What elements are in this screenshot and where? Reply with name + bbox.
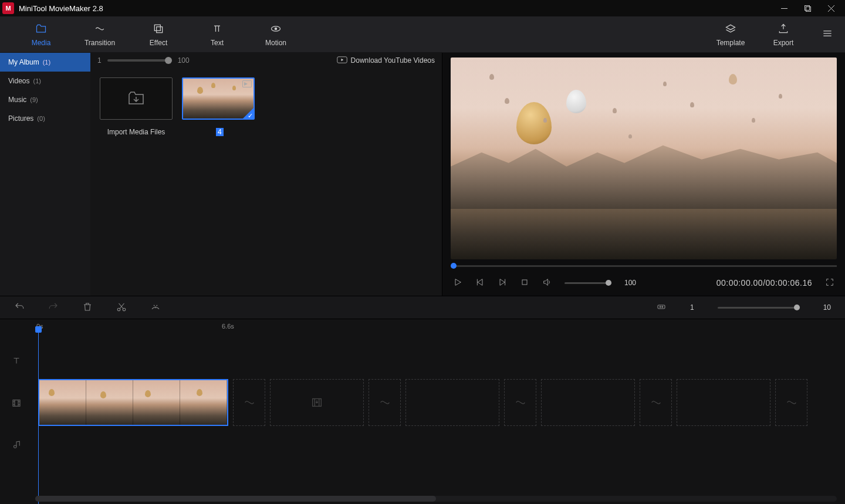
video-badge-icon bbox=[242, 80, 252, 87]
video-drop[interactable] bbox=[270, 379, 364, 426]
template-icon bbox=[704, 22, 757, 35]
media-clip-card[interactable]: 4 bbox=[182, 77, 255, 136]
prev-frame-button[interactable] bbox=[475, 278, 485, 289]
sidebar-item-videos[interactable]: Videos(1) bbox=[0, 72, 90, 90]
video-drop[interactable] bbox=[677, 379, 770, 426]
video-clip[interactable] bbox=[38, 379, 228, 426]
sidebar-item-music[interactable]: Music(9) bbox=[0, 90, 90, 109]
template-label: Template bbox=[716, 39, 745, 47]
sidebar-item-pictures[interactable]: Pictures(0) bbox=[0, 109, 90, 128]
preview-video[interactable] bbox=[451, 57, 837, 259]
timeline-zoom-min: 1 bbox=[690, 303, 694, 312]
transition-icon bbox=[70, 22, 129, 35]
transition-drop[interactable] bbox=[775, 379, 807, 426]
tab-text[interactable]: Text bbox=[188, 22, 246, 47]
media-sidebar: My Album(1) Videos(1) Music(9) Pictures(… bbox=[0, 53, 90, 296]
download-youtube-link[interactable]: Download YouTube Videos bbox=[337, 56, 435, 65]
svg-rect-1 bbox=[805, 5, 809, 10]
delete-button[interactable] bbox=[82, 302, 93, 314]
import-media-label: Import Media Files bbox=[100, 128, 173, 136]
close-button[interactable] bbox=[819, 0, 843, 16]
sidebar-item-myalbum[interactable]: My Album(1) bbox=[0, 53, 90, 72]
main-toolbar: Media Transition Effect Text Motion Temp… bbox=[0, 16, 845, 53]
sidebar-item-label: Videos bbox=[8, 77, 29, 85]
sidebar-item-count: (9) bbox=[30, 96, 38, 103]
svg-rect-6 bbox=[157, 26, 163, 32]
timeline-scrollbar[interactable] bbox=[35, 496, 837, 502]
export-button[interactable]: Export bbox=[757, 22, 810, 47]
audio-track[interactable] bbox=[0, 427, 845, 464]
svg-rect-5 bbox=[154, 25, 160, 31]
speed-button[interactable] bbox=[150, 302, 161, 314]
stop-button[interactable] bbox=[520, 278, 529, 289]
tab-transition[interactable]: Transition bbox=[70, 22, 129, 47]
timeline-toolbar: 1 10 bbox=[0, 296, 845, 319]
fullscreen-button[interactable] bbox=[825, 278, 834, 289]
video-drop[interactable] bbox=[405, 379, 499, 426]
tab-label: Motion bbox=[265, 39, 286, 47]
tab-motion[interactable]: Motion bbox=[246, 22, 305, 47]
volume-icon[interactable] bbox=[542, 278, 552, 289]
download-youtube-label: Download YouTube Videos bbox=[351, 56, 435, 65]
preview-panel: 100 00:00:00.00/00:00:06.16 bbox=[442, 53, 845, 296]
export-icon bbox=[757, 22, 810, 35]
volume-slider[interactable] bbox=[565, 282, 611, 284]
tab-label: Effect bbox=[150, 39, 167, 47]
tab-label: Text bbox=[211, 39, 224, 47]
svg-rect-17 bbox=[13, 400, 20, 407]
transition-drop[interactable] bbox=[640, 379, 672, 426]
folder-icon bbox=[12, 22, 70, 35]
timeline-zoom-max: 10 bbox=[823, 303, 831, 312]
svg-rect-2 bbox=[806, 6, 810, 11]
transition-drop[interactable] bbox=[233, 379, 265, 426]
import-icon bbox=[128, 91, 144, 107]
svg-rect-13 bbox=[522, 280, 527, 285]
timeline-zoom-slider[interactable] bbox=[718, 307, 800, 309]
media-clip-name: 4 bbox=[216, 128, 224, 136]
svg-point-8 bbox=[275, 28, 276, 29]
minimize-button[interactable] bbox=[772, 0, 796, 16]
preview-scrubber[interactable] bbox=[451, 262, 837, 270]
undo-button[interactable] bbox=[14, 302, 25, 314]
fit-button[interactable] bbox=[656, 302, 667, 314]
video-track[interactable] bbox=[0, 379, 845, 427]
video-drop[interactable] bbox=[541, 379, 635, 426]
template-button[interactable]: Template bbox=[704, 22, 757, 47]
transition-drop[interactable] bbox=[369, 379, 401, 426]
tab-media[interactable]: Media bbox=[12, 22, 70, 47]
thumb-zoom-min: 1 bbox=[97, 56, 102, 65]
video-track-icon bbox=[0, 398, 32, 408]
text-track[interactable] bbox=[0, 343, 845, 379]
tab-label: Media bbox=[32, 39, 51, 47]
thumb-zoom-slider[interactable] bbox=[107, 59, 172, 62]
volume-value: 100 bbox=[624, 279, 636, 287]
play-button[interactable] bbox=[453, 278, 462, 289]
app-title: MiniTool MovieMaker 2.8 bbox=[19, 4, 103, 13]
preview-timecode: 00:00:00.00/00:00:06.16 bbox=[716, 278, 812, 287]
app-logo-icon: M bbox=[2, 2, 14, 14]
timeline-ruler[interactable]: 0s 6.6s bbox=[0, 319, 845, 343]
sidebar-item-label: My Album bbox=[8, 58, 39, 66]
sidebar-item-count: (1) bbox=[43, 59, 50, 66]
motion-icon bbox=[246, 22, 305, 35]
title-bar: M MiniTool MovieMaker 2.8 bbox=[0, 0, 845, 16]
timeline: 0s 6.6s bbox=[0, 319, 845, 504]
next-frame-button[interactable] bbox=[498, 278, 507, 289]
sidebar-item-count: (0) bbox=[37, 115, 45, 122]
audio-track-icon bbox=[0, 440, 32, 451]
import-media-card[interactable]: Import Media Files bbox=[100, 77, 173, 136]
thumb-zoom-max: 100 bbox=[178, 56, 190, 65]
split-button[interactable] bbox=[116, 302, 127, 314]
tab-label: Transition bbox=[84, 39, 115, 47]
tab-effect[interactable]: Effect bbox=[129, 22, 188, 47]
redo-button[interactable] bbox=[48, 302, 59, 314]
effect-icon bbox=[129, 22, 188, 35]
transition-drop[interactable] bbox=[504, 379, 536, 426]
media-panel: 1 100 Download YouTube Videos Import Med… bbox=[90, 53, 442, 296]
ruler-mark: 6.6s bbox=[222, 323, 234, 330]
menu-button[interactable] bbox=[822, 28, 833, 41]
sidebar-item-count: (1) bbox=[33, 77, 40, 84]
export-label: Export bbox=[773, 39, 794, 47]
youtube-icon bbox=[337, 56, 347, 65]
maximize-button[interactable] bbox=[796, 0, 819, 16]
